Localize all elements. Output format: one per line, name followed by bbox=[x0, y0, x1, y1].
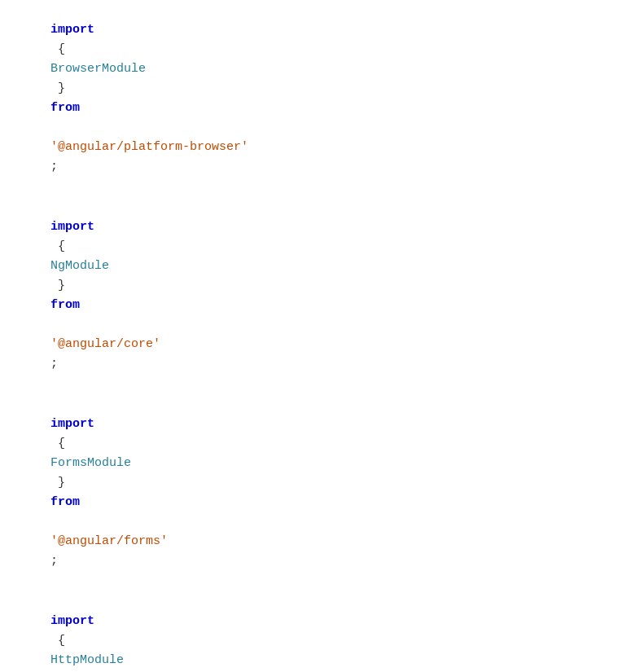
code-line: import { HttpModule } from '@angular/htt… bbox=[0, 591, 627, 672]
identifier: NgModule bbox=[50, 259, 109, 273]
keyword: import bbox=[50, 417, 94, 431]
keyword-from: from bbox=[50, 495, 80, 509]
code-line: import { BrowserModule } from '@angular/… bbox=[0, 0, 627, 197]
code-editor: import { BrowserModule } from '@angular/… bbox=[0, 0, 627, 672]
keyword: import bbox=[50, 23, 94, 37]
identifier: HttpModule bbox=[50, 653, 124, 667]
code-line: import { NgModule } from '@angular/core'… bbox=[0, 197, 627, 394]
identifier: FormsModule bbox=[50, 456, 131, 470]
keyword-from: from bbox=[50, 298, 80, 312]
string: '@angular/platform-browser' bbox=[50, 140, 248, 154]
code-line: import { FormsModule } from '@angular/fo… bbox=[0, 394, 627, 591]
string: '@angular/core' bbox=[50, 337, 160, 351]
identifier: BrowserModule bbox=[50, 62, 146, 76]
keyword-from: from bbox=[50, 101, 80, 115]
string: '@angular/forms' bbox=[50, 534, 168, 548]
keyword: import bbox=[50, 614, 94, 628]
keyword: import bbox=[50, 220, 94, 234]
